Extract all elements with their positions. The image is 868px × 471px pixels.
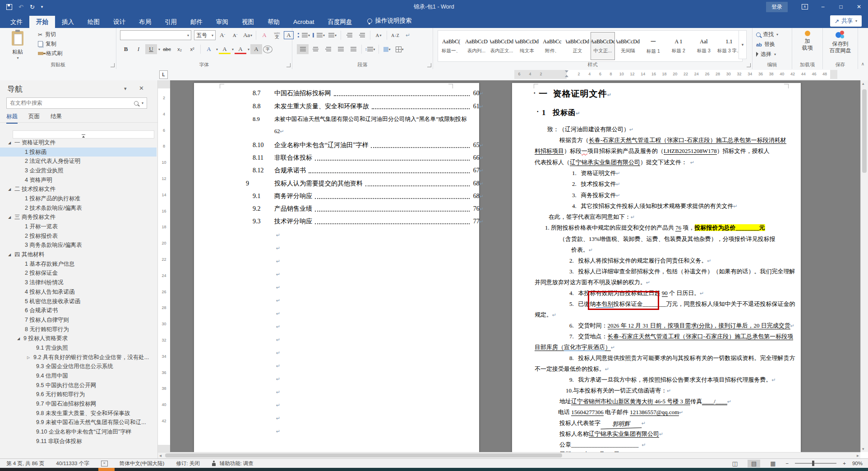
tab-stop-selector[interactable]: L: [159, 70, 168, 79]
horizontal-ruler[interactable]: 6422468101214161820222426283032343638404…: [514, 70, 837, 79]
scroll-up-icon[interactable]: ▴: [862, 81, 864, 86]
nav-close-icon[interactable]: ✕: [139, 85, 144, 92]
save-to-netdisk-button[interactable]: 保存到 百度网盘: [823, 31, 858, 54]
nav-item[interactable]: 9.6 无行贿犯罪行为: [0, 390, 157, 400]
nav-item[interactable]: ▷9.2 具有良好的银行资信和企业信誉，没有处...: [0, 353, 157, 362]
tab-文件[interactable]: 文件: [4, 16, 29, 28]
redo-icon[interactable]: ↻: [30, 4, 35, 10]
nav-item[interactable]: ◢二 技术投标文件: [0, 185, 157, 194]
page-indicator[interactable]: 第 4 页, 共 86 页: [6, 460, 44, 467]
style-card[interactable]: AaBbC(标题一、: [439, 32, 463, 60]
clipboard-dialog-launcher-icon[interactable]: [111, 63, 115, 67]
nav-item[interactable]: 9.7 中国石油招标投标网: [0, 399, 157, 409]
nav-item[interactable]: 6 合规承诺书: [0, 306, 157, 315]
vertical-scrollbar[interactable]: ▴ ▾: [860, 80, 868, 452]
nav-item[interactable]: 3 企业营业执照: [0, 166, 157, 175]
zoom-slider-thumb[interactable]: [812, 461, 814, 466]
nav-item[interactable]: 3 商务条款响应/偏离表: [0, 241, 157, 250]
style-card[interactable]: AaBbCcDc中文正...: [591, 32, 615, 60]
style-card[interactable]: 1.1标题 3 字...: [717, 32, 741, 60]
nav-item[interactable]: 1 投标函: [0, 148, 157, 157]
bold-button[interactable]: B: [120, 44, 132, 54]
nav-item[interactable]: 2 法定代表人身份证明: [0, 157, 157, 166]
shading-button[interactable]: ▾: [381, 44, 393, 54]
qat-customize-icon[interactable]: ▾: [41, 5, 43, 9]
tell-me-search[interactable]: 操作说明搜索: [367, 17, 412, 28]
collapse-icon[interactable]: ◢: [8, 253, 14, 257]
nav-item[interactable]: 8 无行贿犯罪行为: [0, 325, 157, 334]
character-shading-button[interactable]: A: [250, 44, 262, 54]
tab-设计[interactable]: 设计: [106, 16, 132, 28]
zoom-out-icon[interactable]: −: [786, 461, 789, 466]
style-card[interactable]: AaBbCcD表内列...: [464, 32, 489, 60]
font-name-combo[interactable]: ▾: [120, 30, 191, 40]
nav-item[interactable]: 1 基本存款账户信息: [0, 259, 157, 269]
tab-帮助[interactable]: 帮助: [261, 16, 286, 28]
decrease-indent-button[interactable]: [343, 30, 355, 40]
word-count[interactable]: 40/11333 个字: [56, 460, 89, 467]
show-marks-button[interactable]: ↵: [402, 30, 414, 40]
collapse-ribbon-icon[interactable]: ∧: [861, 61, 864, 66]
nav-item[interactable]: 9.4 信用中国: [0, 371, 157, 381]
tab-Acrobat[interactable]: Acrobat: [286, 16, 321, 28]
style-card[interactable]: AaBbCcDdI表内正文...: [489, 32, 514, 60]
nav-item[interactable]: ◢三 商务投标文件: [0, 213, 157, 222]
chevron-down-icon[interactable]: ▾: [142, 101, 143, 105]
style-card[interactable]: AaBbCcDdI纯文本: [515, 32, 539, 60]
sign-in-button[interactable]: 登录: [766, 2, 788, 12]
justify-button[interactable]: [335, 44, 346, 54]
close-icon[interactable]: ✕: [850, 0, 868, 14]
share-button[interactable]: ↗ 共享 ▾: [830, 15, 862, 27]
proofing-icon[interactable]: ✕: [101, 461, 108, 466]
language-indicator[interactable]: 简体中文(中国大陆): [120, 460, 165, 467]
collapse-icon[interactable]: ◢: [8, 141, 14, 145]
tab-邮件[interactable]: 邮件: [184, 16, 209, 28]
cut-button[interactable]: ✂ 剪切: [38, 31, 62, 38]
restore-icon[interactable]: □: [832, 0, 850, 14]
superscript-button[interactable]: x²: [186, 44, 198, 54]
nav-item[interactable]: 9.5 中国执行信息公开网: [0, 381, 157, 390]
scroll-down-icon[interactable]: ▾: [862, 447, 864, 451]
nav-item[interactable]: 9.9 未被中国石油天然气集团有限公司和辽...: [0, 418, 157, 428]
horizontal-scrollbar[interactable]: ◂ ▸: [158, 452, 860, 458]
grow-font-button[interactable]: Aˆ: [217, 30, 228, 40]
read-mode-icon[interactable]: ◫: [729, 460, 741, 467]
expand-icon[interactable]: ▷: [27, 356, 33, 360]
nav-item[interactable]: 4 投标人告知承诺函: [0, 287, 157, 297]
tab-视图[interactable]: 视图: [235, 16, 261, 28]
nav-search-input[interactable]: 在文档中搜索 ▾: [6, 97, 147, 109]
nav-item[interactable]: ◢9 投标人资格要求: [0, 334, 157, 343]
tab-绘图[interactable]: 绘图: [81, 16, 106, 28]
nav-jump-top-button[interactable]: [13, 130, 154, 139]
tab-百度网盘[interactable]: 百度网盘: [321, 16, 359, 28]
print-layout-icon[interactable]: ▤: [748, 460, 760, 467]
minimize-icon[interactable]: –: [814, 0, 832, 14]
style-card[interactable]: 一标题 1: [641, 32, 665, 60]
nav-item[interactable]: 9.10 企业名称中未包含“辽河油田”字样: [0, 427, 157, 437]
clear-formatting-button[interactable]: A: [259, 30, 270, 40]
nav-item[interactable]: 2 投标保证金: [0, 269, 157, 278]
collapse-icon[interactable]: ◢: [17, 337, 23, 341]
sort-button[interactable]: A↓Z: [389, 30, 401, 40]
borders-button[interactable]: ▾: [394, 44, 406, 54]
tab-插入[interactable]: 插入: [55, 16, 81, 28]
numbering-button[interactable]: ▾: [312, 30, 326, 40]
scroll-left-icon[interactable]: ◂: [159, 453, 162, 458]
change-case-button[interactable]: Aa▾: [242, 30, 254, 40]
text-highlight-button[interactable]: A: [219, 44, 231, 54]
multilevel-list-button[interactable]: ▾: [327, 30, 338, 40]
strikethrough-button[interactable]: abc: [161, 44, 173, 54]
font-size-combo[interactable]: 五号 ▾: [194, 30, 216, 40]
style-card[interactable]: A 1标题 2: [666, 32, 691, 60]
collapse-icon[interactable]: ◢: [8, 187, 14, 191]
tab-布局[interactable]: 布局: [132, 16, 158, 28]
nav-item[interactable]: 1 开标一览表: [0, 222, 157, 231]
font-dialog-launcher-icon[interactable]: [286, 63, 291, 67]
distribute-button[interactable]: [347, 44, 359, 54]
web-layout-icon[interactable]: ▦: [766, 460, 779, 467]
align-right-button[interactable]: [322, 44, 334, 54]
style-card[interactable]: Aal标题 3: [692, 32, 716, 60]
subscript-button[interactable]: x₂: [174, 44, 185, 54]
hanging-indent-marker[interactable]: [565, 75, 568, 77]
tab-审阅[interactable]: 审阅: [209, 16, 235, 28]
